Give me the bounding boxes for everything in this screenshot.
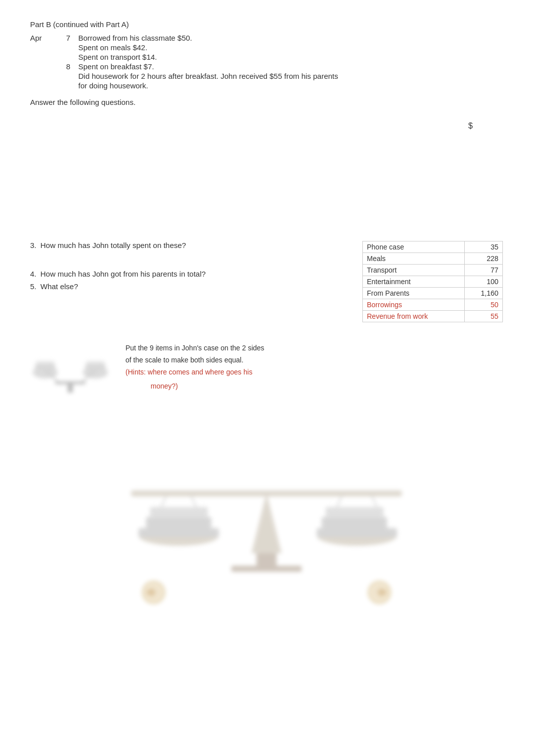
table-value-transport: 77 <box>464 265 502 276</box>
transaction-apr-8: 8 Spent on breakfast $7. <box>30 62 503 71</box>
money-label: money?) <box>151 382 264 390</box>
hint-section: Put the 9 items in John's case on the 2 … <box>30 342 503 393</box>
questions-area: 3. How much has John totally spent on th… <box>30 241 503 322</box>
trans-text-1: Borrowed from his classmate $50. <box>78 34 503 42</box>
svg-rect-21 <box>150 507 208 518</box>
table-value-parents: 1,160 <box>464 288 502 299</box>
table-label-phone: Phone case <box>363 241 465 253</box>
dollar-sign: $ <box>30 121 503 131</box>
instruction-text: Answer the following questions. <box>30 98 136 106</box>
svg-rect-25 <box>231 566 302 572</box>
table-label-meals: Meals <box>363 253 465 265</box>
question-5-text: What else? <box>41 282 78 291</box>
question-3: 3. How much has John totally spent on th… <box>30 241 342 249</box>
month-apr: Apr <box>30 34 55 42</box>
transaction-apr-7: Apr 7 Borrowed from his classmate $50. <box>30 34 503 42</box>
bottom-scale-illustration <box>91 463 442 575</box>
answer-instruction: Answer the following questions. <box>30 98 503 106</box>
trans-indent-4: for doing housework. <box>78 81 503 90</box>
svg-rect-8 <box>85 365 105 369</box>
day-7: 7 <box>55 34 70 42</box>
table-label-borrowings: Borrowings <box>363 299 465 311</box>
question-4-text: How much has John got from his parents i… <box>41 270 206 278</box>
svg-rect-11 <box>131 490 402 496</box>
hint-colored-text: (Hints: where comes and where goes his <box>125 368 252 376</box>
table-value-phone: 35 <box>464 241 502 253</box>
table-row-revenue: Revenue from work 55 <box>363 311 503 322</box>
table-label-revenue: Revenue from work <box>363 311 465 322</box>
table-value-borrowings: 50 <box>464 299 502 311</box>
table-label-transport: Transport <box>363 265 465 276</box>
right-arrow-icon <box>367 580 392 606</box>
table-row-transport: Transport 77 <box>363 265 503 276</box>
svg-rect-6 <box>35 365 55 369</box>
svg-rect-23 <box>326 507 383 518</box>
data-table-area: Phone case 35 Meals 228 Transport 77 Ent… <box>362 241 503 322</box>
question-3-num: 3. <box>30 241 37 249</box>
bottom-scale-area <box>30 423 503 606</box>
table-value-meals: 228 <box>464 253 502 265</box>
questions-list: 3. How much has John totally spent on th… <box>30 241 342 311</box>
part-b-header: Part B (continued with Part A) <box>30 20 503 29</box>
table-label-parents: From Parents <box>363 288 465 299</box>
trans-text-2: Spent on breakfast $7. <box>78 62 503 71</box>
month-apr-8 <box>30 62 55 71</box>
svg-rect-19 <box>317 528 397 537</box>
svg-rect-7 <box>36 361 54 365</box>
svg-rect-1 <box>55 382 85 384</box>
svg-rect-22 <box>322 517 387 528</box>
scale-illustration <box>30 342 110 393</box>
svg-rect-9 <box>86 361 104 365</box>
spending-table: Phone case 35 Meals 228 Transport 77 Ent… <box>362 241 503 322</box>
hint-text-area: Put the 9 items in John's case on the 2 … <box>125 342 264 390</box>
table-value-entertainment: 100 <box>464 276 502 288</box>
trans-indent-3: Did housework for 2 hours after breakfas… <box>78 72 503 80</box>
table-value-revenue: 55 <box>464 311 502 322</box>
table-row-meals: Meals 228 <box>363 253 503 265</box>
trans-indent-2: Spent on transport $14. <box>78 53 503 61</box>
trans-indent-1: Spent on meals $42. <box>78 43 503 52</box>
question-5-num: 5. <box>30 282 37 291</box>
question-4-num: 4. <box>30 270 37 278</box>
question-5: 5. What else? <box>30 282 342 291</box>
hint-main-text: Put the 9 items in John's case on the 2 … <box>125 342 264 378</box>
table-row-entertainment: Entertainment 100 <box>363 276 503 288</box>
table-row-borrowings: Borrowings 50 <box>363 299 503 311</box>
svg-rect-20 <box>146 517 211 528</box>
table-row-phone: Phone case 35 <box>363 241 503 253</box>
svg-rect-15 <box>139 528 219 537</box>
question-4: 4. How much has John got from his parent… <box>30 270 342 278</box>
table-label-entertainment: Entertainment <box>363 276 465 288</box>
svg-marker-10 <box>251 493 282 553</box>
left-arrow-icon <box>141 580 166 606</box>
question-3-text: How much has John totally spent on these… <box>41 241 186 249</box>
table-row-parents: From Parents 1,160 <box>363 288 503 299</box>
transactions-section: Apr 7 Borrowed from his classmate $50. S… <box>30 34 503 90</box>
day-8: 8 <box>55 62 70 71</box>
